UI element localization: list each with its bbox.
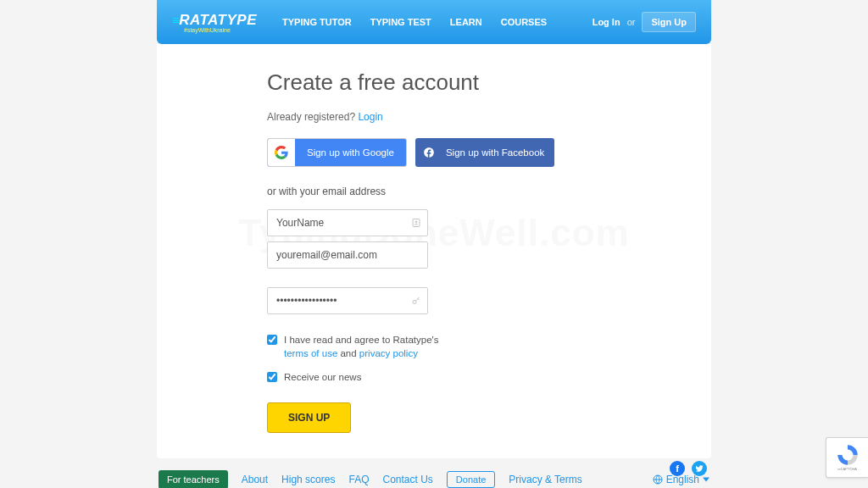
- primary-nav: TYPING TUTOR TYPING TEST LEARN COURSES: [282, 17, 547, 27]
- nav-typing-test[interactable]: TYPING TEST: [370, 17, 431, 27]
- news-checkbox[interactable]: [267, 372, 277, 382]
- chevron-down-icon: [703, 476, 709, 483]
- facebook-signup-label: Sign up with Facebook: [442, 147, 554, 158]
- google-icon: [268, 139, 295, 166]
- already-registered: Already registered? Login: [267, 111, 589, 123]
- footer-social-icons: f: [670, 461, 707, 476]
- donate-button[interactable]: Donate: [447, 471, 495, 488]
- or-email-label: or with your email address: [267, 186, 589, 197]
- footer-privacy-terms[interactable]: Privacy & Terms: [509, 474, 581, 485]
- nav-typing-tutor[interactable]: TYPING TUTOR: [282, 17, 352, 27]
- recaptcha-badge[interactable]: reCAPTCHA: [826, 437, 868, 478]
- terms-of-use-link[interactable]: terms of use: [284, 348, 337, 358]
- login-link[interactable]: Log In: [593, 17, 620, 27]
- nav-courses[interactable]: COURSES: [501, 17, 547, 27]
- google-signup-label: Sign up with Google: [295, 147, 406, 158]
- name-input[interactable]: [267, 209, 428, 236]
- page-title: Create a free account: [267, 69, 589, 96]
- footer-about[interactable]: About: [242, 474, 268, 485]
- news-label: Receive our news: [284, 370, 361, 384]
- signup-header-button[interactable]: Sign Up: [642, 12, 696, 32]
- svg-point-1: [415, 221, 417, 223]
- footer-high-scores[interactable]: High scores: [281, 474, 335, 485]
- globe-icon: [653, 474, 663, 485]
- twitter-link-icon[interactable]: [692, 461, 707, 476]
- already-prefix: Already registered?: [267, 111, 358, 123]
- for-teachers-button[interactable]: For teachers: [159, 470, 228, 488]
- password-input[interactable]: [267, 287, 428, 314]
- terms-checkbox-row[interactable]: I have read and agree to Ratatype's term…: [267, 333, 589, 360]
- logo-text: RATATYPE: [179, 12, 257, 29]
- recaptcha-icon: [837, 444, 859, 466]
- logo-stripes-icon: ≡: [172, 14, 177, 27]
- key-icon: [411, 296, 421, 306]
- signup-card: Create a free account Already registered…: [157, 44, 711, 458]
- nav-learn[interactable]: LEARN: [450, 17, 482, 27]
- recaptcha-label: reCAPTCHA: [837, 467, 857, 471]
- footer-nav: For teachers About High scores FAQ Conta…: [157, 470, 711, 488]
- email-input[interactable]: [267, 241, 428, 269]
- footer-contact[interactable]: Contact Us: [382, 474, 432, 485]
- login-link-inline[interactable]: Login: [358, 111, 382, 123]
- facebook-icon: [415, 138, 442, 167]
- auth-area: Log In or Sign Up: [593, 12, 696, 32]
- terms-text: I have read and agree to Ratatype's term…: [284, 333, 438, 360]
- google-signup-button[interactable]: Sign up with Google: [267, 138, 407, 167]
- signup-submit-button[interactable]: SIGN UP: [267, 402, 351, 433]
- facebook-signup-button[interactable]: Sign up with Facebook: [415, 138, 554, 167]
- logo-tagline: #stayWithUkraine: [184, 27, 257, 33]
- logo[interactable]: ≡RATATYPE #stayWithUkraine: [172, 12, 257, 33]
- privacy-policy-link[interactable]: privacy policy: [359, 348, 418, 358]
- news-checkbox-row[interactable]: Receive our news: [267, 370, 589, 384]
- terms-checkbox[interactable]: [267, 335, 277, 345]
- footer-faq[interactable]: FAQ: [348, 474, 369, 485]
- main-header: ≡RATATYPE #stayWithUkraine TYPING TUTOR …: [157, 0, 711, 44]
- contact-card-icon: [411, 218, 421, 228]
- auth-or: or: [627, 17, 636, 27]
- facebook-link-icon[interactable]: f: [670, 461, 685, 476]
